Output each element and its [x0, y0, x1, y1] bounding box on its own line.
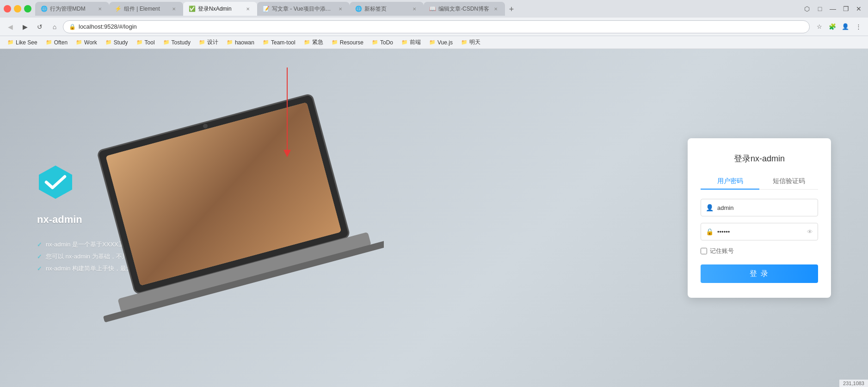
- window-restore-btn[interactable]: ❐: [840, 3, 851, 14]
- window-controls: [4, 5, 31, 12]
- maximize-window-button[interactable]: [24, 5, 31, 12]
- folder-icon: 📁: [227, 39, 233, 45]
- refresh-button[interactable]: ↺: [33, 20, 46, 33]
- tab-title-5: 新标签页: [364, 5, 408, 13]
- bookmark-urgent[interactable]: 📁 紧急: [300, 37, 327, 47]
- close-window-button[interactable]: [4, 5, 11, 12]
- tab-close-5[interactable]: ✕: [411, 5, 418, 12]
- tab-favicon-2: ⚡: [115, 6, 121, 12]
- bookmark-label: Vue.js: [437, 39, 453, 46]
- arrow-annotation: [287, 68, 288, 151]
- bookmark-label: Team-tool: [271, 39, 295, 46]
- tab-title-2: 组件 | Element: [124, 5, 167, 13]
- bookmark-label: Work: [84, 39, 97, 46]
- tab-new-tab[interactable]: 🌐 新标签页 ✕: [350, 2, 424, 16]
- tab-favicon-5: 🌐: [355, 6, 362, 12]
- bookmark-label: haowan: [235, 39, 254, 46]
- window-minimize-btn[interactable]: —: [827, 3, 838, 14]
- bookmark-design[interactable]: 📁 设计: [195, 37, 222, 47]
- minimize-window-button[interactable]: [14, 5, 21, 12]
- bookmark-label: 明天: [469, 38, 480, 46]
- window-close-btn[interactable]: ✕: [853, 3, 864, 14]
- tab-behavior-mdm[interactable]: 🌐 行为管理MDM ✕: [35, 2, 109, 16]
- folder-icon: 📁: [401, 39, 408, 45]
- folder-icon: 📁: [136, 39, 143, 45]
- bookmark-label: 紧急: [312, 38, 323, 46]
- bookmark-like-see[interactable]: 📁 Like See: [4, 38, 41, 47]
- tab-sms[interactable]: 短信验证码: [759, 173, 818, 189]
- folder-icon: 📁: [76, 39, 82, 45]
- lock-icon: 🔒: [69, 24, 76, 30]
- svg-marker-0: [39, 166, 72, 199]
- screenshot-button[interactable]: □: [814, 3, 825, 14]
- remember-label: 记住账号: [710, 247, 734, 255]
- folder-icon: 📁: [372, 39, 378, 45]
- status-coordinates: 231,1083: [843, 381, 864, 386]
- tab-close-4[interactable]: ✕: [337, 5, 344, 12]
- bookmark-vuejs[interactable]: 📁 Vue.js: [425, 38, 456, 47]
- check-icon-1: ✓: [37, 241, 42, 248]
- folder-icon: 📁: [332, 39, 338, 45]
- bookmark-tomorrow[interactable]: 📁 明天: [457, 37, 484, 47]
- bookmark-label: Resourse: [340, 39, 363, 46]
- home-button[interactable]: ⌂: [48, 20, 61, 33]
- tab-nxadmin-login[interactable]: ✅ 登录NxAdmin ✕: [183, 2, 257, 16]
- bookmark-label: 前端: [410, 38, 421, 46]
- new-tab-button[interactable]: +: [505, 3, 518, 16]
- sidebar-toggle-button[interactable]: ⬡: [801, 3, 813, 14]
- folder-icon: 📁: [429, 39, 436, 45]
- bookmark-haowan[interactable]: 📁 haowan: [223, 38, 258, 47]
- bookmark-resourse[interactable]: 📁 Resourse: [328, 38, 367, 47]
- bookmark-label: Tostudy: [172, 39, 191, 46]
- tab-password[interactable]: 用户密码: [701, 173, 759, 189]
- tab-close-1[interactable]: ✕: [96, 5, 104, 12]
- username-field[interactable]: 👤: [701, 199, 818, 216]
- login-button[interactable]: 登 录: [701, 264, 818, 283]
- username-input[interactable]: [717, 204, 813, 211]
- extension-button[interactable]: 🧩: [826, 21, 838, 33]
- check-icon-3: ✓: [37, 265, 42, 272]
- laptop-svg: [83, 91, 384, 354]
- bookmark-frontend[interactable]: 📁 前端: [398, 37, 425, 47]
- browser-frame: 🌐 行为管理MDM ✕ ⚡ 组件 | Element ✕ ✅ 登录NxAdmin…: [0, 0, 868, 387]
- bookmark-study[interactable]: 📁 Study: [102, 38, 132, 47]
- tab-favicon-4: 📝: [263, 6, 269, 12]
- bookmark-often[interactable]: 📁 Often: [42, 38, 71, 47]
- bookmark-star-button[interactable]: ☆: [813, 21, 825, 33]
- user-icon: 👤: [706, 204, 714, 211]
- tab-csdn-edit[interactable]: 📖 编辑文章-CSDN博客 ✕: [424, 2, 505, 16]
- settings-menu-button[interactable]: ⋮: [852, 21, 864, 33]
- tab-close-6[interactable]: ✕: [492, 5, 499, 12]
- back-button[interactable]: ◀: [4, 20, 17, 33]
- address-bar[interactable]: 🔒 localhost:9528/#/login: [63, 20, 810, 33]
- tab-title-1: 行为管理MDM: [50, 5, 93, 13]
- tab-close-2[interactable]: ✕: [170, 5, 178, 12]
- bookmark-work[interactable]: 📁 Work: [72, 38, 101, 47]
- password-input[interactable]: [717, 228, 803, 235]
- laptop-illustration: [83, 91, 384, 354]
- forward-button[interactable]: ▶: [18, 20, 31, 33]
- status-bar: 231,1083: [839, 380, 868, 387]
- login-title: 登录nx-admin: [701, 153, 818, 164]
- tab-element[interactable]: ⚡ 组件 | Element ✕: [109, 2, 183, 16]
- bookmark-tostudy[interactable]: 📁 Tostudy: [160, 38, 194, 47]
- remember-checkbox[interactable]: [701, 248, 707, 254]
- profile-button[interactable]: 👤: [839, 21, 851, 33]
- tab-write-article[interactable]: 📝 写文章 - Vue项目中添加物... ✕: [257, 2, 350, 16]
- bookmark-label: ToDo: [380, 39, 393, 46]
- bookmark-team-tool[interactable]: 📁 Team-tool: [259, 38, 299, 47]
- tab-password-label: 用户密码: [717, 177, 743, 184]
- folder-icon: 📁: [461, 39, 468, 45]
- bookmark-tool[interactable]: 📁 Tool: [133, 38, 159, 47]
- bookmark-todo[interactable]: 📁 ToDo: [368, 38, 397, 47]
- lock-field-icon: 🔒: [706, 228, 714, 235]
- tab-close-3[interactable]: ✕: [244, 5, 252, 12]
- title-bar: 🌐 行为管理MDM ✕ ⚡ 组件 | Element ✕ ✅ 登录NxAdmin…: [0, 0, 868, 18]
- tab-favicon-3: ✅: [189, 6, 195, 12]
- bookmark-label: Tool: [145, 39, 155, 46]
- check-icon-2: ✓: [37, 253, 42, 260]
- password-eye-icon[interactable]: 👁: [807, 228, 813, 235]
- bookmark-label: 设计: [207, 38, 218, 46]
- bookmarks-bar: 📁 Like See 📁 Often 📁 Work 📁 Study 📁 Tool…: [0, 36, 868, 49]
- password-field[interactable]: 🔒 👁: [701, 223, 818, 240]
